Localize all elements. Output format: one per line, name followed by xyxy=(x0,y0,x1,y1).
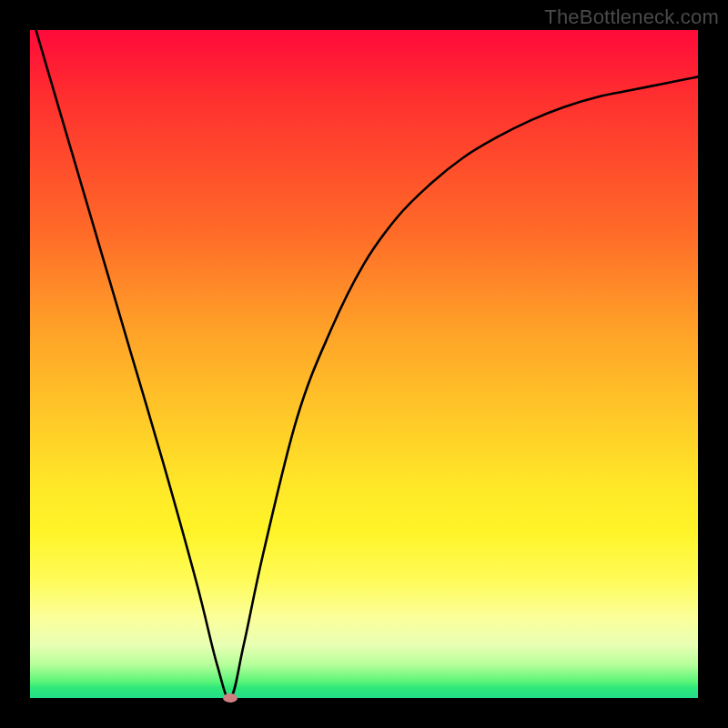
watermark-text: TheBottleneck.com xyxy=(544,5,719,29)
bottleneck-curve xyxy=(30,30,698,698)
minimum-marker xyxy=(223,693,238,703)
plot-area xyxy=(30,30,698,698)
chart-frame: TheBottleneck.com xyxy=(0,0,728,728)
